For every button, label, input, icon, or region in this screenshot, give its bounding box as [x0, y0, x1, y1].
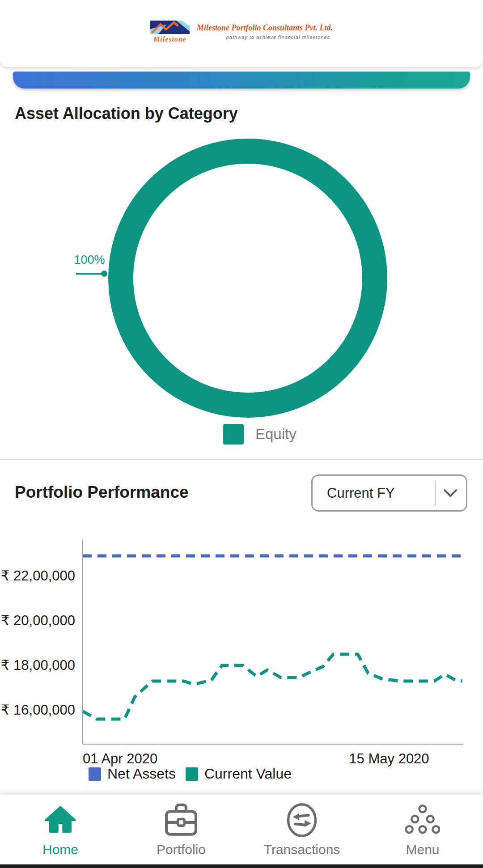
briefcase-icon	[164, 802, 199, 838]
bottom-navigation: Home Portfolio Transactions Menu	[0, 795, 483, 864]
nav-label-transactions: Transactions	[264, 842, 340, 857]
milestone-logo-icon: Milestone	[150, 21, 190, 43]
app-header: Milestone Milestone Portfolio Consultant…	[0, 0, 483, 67]
y-axis-label: ₹ 16,00,000	[0, 701, 75, 719]
x-axis-label: 01 Apr 2020	[83, 751, 157, 767]
milestone-logo-graphic	[150, 21, 190, 35]
donut-ring-equity-slice[interactable]	[121, 151, 375, 405]
nav-label-menu: Menu	[406, 842, 439, 857]
dropdown-divider	[435, 481, 436, 506]
menu-dots-icon	[405, 802, 440, 838]
brand-logo: Milestone Milestone Portfolio Consultant…	[150, 21, 333, 43]
y-axis-label: ₹ 22,00,000	[0, 567, 75, 585]
performance-chart-legend: Net AssetsCurrent Value	[89, 766, 292, 782]
nav-item-portfolio[interactable]: Portfolio	[121, 795, 242, 864]
brand-text: Milestone Portfolio Consultants Pvt. Ltd…	[197, 23, 333, 40]
summary-card-gradient-edge	[13, 72, 470, 89]
donut-callout-line	[76, 273, 103, 275]
current-value-line[interactable]	[83, 654, 462, 719]
home-icon	[43, 802, 78, 838]
chart-axes	[83, 540, 463, 744]
legend-label: Current Value	[204, 766, 292, 782]
y-axis-label: ₹ 20,00,000	[0, 612, 75, 630]
x-axis-label: 15 May 2020	[349, 751, 429, 767]
legend-item[interactable]: Net Assets	[89, 766, 176, 782]
nav-item-transactions[interactable]: Transactions	[242, 795, 362, 864]
equity-legend-label[interactable]: Equity	[255, 426, 297, 443]
system-gesture-bar	[0, 864, 483, 868]
asset-allocation-title: Asset Allocation by Category	[15, 104, 238, 123]
brand-title: Milestone Portfolio Consultants Pvt. Ltd…	[197, 23, 333, 33]
transfer-icon	[284, 802, 319, 838]
asset-allocation-donut-chart[interactable]	[105, 135, 391, 421]
chevron-down-icon	[443, 489, 458, 498]
legend-item[interactable]: Current Value	[186, 766, 292, 782]
period-dropdown[interactable]: Current FY	[311, 474, 467, 512]
donut-callout-dot	[101, 271, 107, 277]
nav-label-portfolio: Portfolio	[157, 842, 206, 857]
brand-tagline: pathway to achieve financial milestones	[197, 34, 333, 40]
portfolio-performance-title: Portfolio Performance	[15, 483, 189, 502]
period-dropdown-value: Current FY	[327, 485, 435, 501]
asset-allocation-legend: Equity	[223, 424, 297, 445]
legend-label: Net Assets	[107, 766, 176, 782]
nav-item-menu[interactable]: Menu	[362, 795, 483, 864]
y-axis-label: ₹ 18,00,000	[0, 656, 75, 674]
nav-item-home[interactable]: Home	[0, 795, 121, 864]
section-divider	[0, 459, 483, 460]
equity-legend-swatch[interactable]	[223, 424, 244, 445]
donut-percentage-label: 100%	[71, 253, 108, 267]
legend-swatch	[186, 767, 198, 781]
nav-label-home: Home	[42, 842, 78, 857]
logo-wordmark: Milestone	[153, 35, 186, 43]
legend-swatch	[89, 767, 101, 781]
